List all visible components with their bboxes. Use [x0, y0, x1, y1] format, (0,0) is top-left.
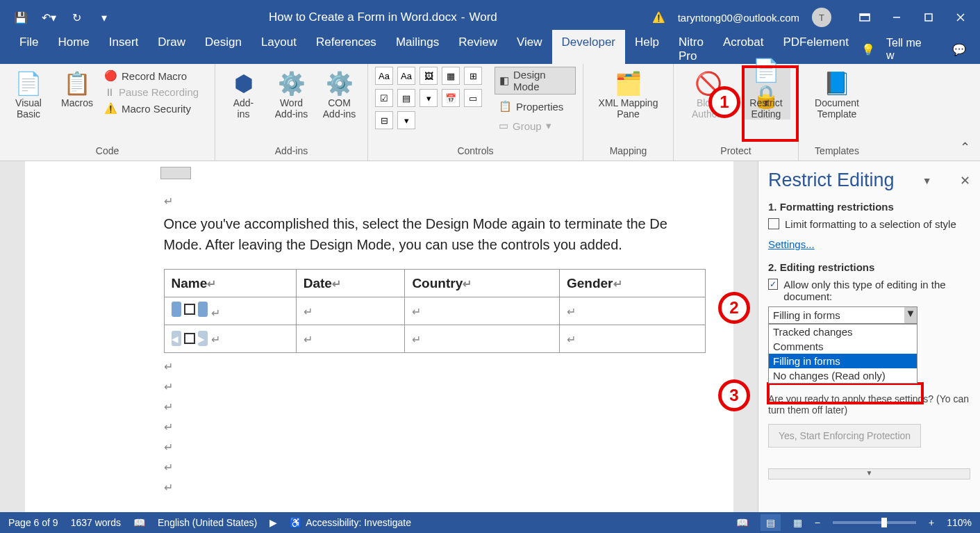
workspace: ↵ Once you've accomplished this, select …: [0, 161, 980, 512]
restrict-editing-pane: Restrict Editing ▼ ✕ 1. Formatting restr…: [758, 161, 980, 512]
plain-text-control-icon[interactable]: Aa: [397, 67, 415, 85]
menu-draw[interactable]: Draw: [148, 30, 195, 69]
limit-formatting-label: Limit formatting to a selection of style: [785, 218, 956, 230]
editing-option[interactable]: Filling in forms: [769, 354, 917, 368]
restrict-editing-button[interactable]: 📄🔒Restrict Editing: [742, 67, 790, 120]
word-addins-button[interactable]: ⚙️Word Add-ins: [270, 67, 313, 120]
group-icon: ▭: [499, 120, 508, 132]
menu-developer[interactable]: Developer: [552, 30, 626, 69]
menu-nitro-pro[interactable]: Nitro Pro: [669, 30, 713, 69]
close-icon[interactable]: [947, 7, 974, 28]
table-header: Name↵: [164, 270, 296, 297]
maximize-icon[interactable]: [915, 7, 942, 28]
document-template-button[interactable]: 📘Document Template: [806, 67, 868, 120]
ruler-indent-marker[interactable]: [160, 167, 191, 179]
menu-view[interactable]: View: [507, 30, 552, 69]
lightbulb-icon[interactable]: 💡: [861, 43, 875, 56]
comments-icon[interactable]: 💬: [952, 43, 966, 56]
allow-editing-checkbox[interactable]: ✓: [768, 279, 778, 290]
undo-icon[interactable]: ↶▾: [39, 9, 58, 26]
editing-option[interactable]: Tracked changes: [769, 325, 917, 339]
ribbon-group-mapping: 🗂️XML Mapping Pane Mapping: [583, 64, 674, 161]
zoom-in-icon[interactable]: +: [929, 517, 934, 528]
editing-type-options: Tracked changesCommentsFilling in formsN…: [768, 324, 917, 384]
visual-basic-button[interactable]: 📄Visual Basic: [7, 67, 50, 120]
dropdown-control-icon[interactable]: ▾: [420, 89, 438, 107]
com-addins-button[interactable]: ⚙️COM Add-ins: [318, 67, 360, 120]
menu-layout[interactable]: Layout: [251, 30, 306, 69]
pane-title: Restrict Editing: [768, 170, 895, 191]
ribbon-display-icon[interactable]: [851, 7, 879, 28]
properties-button[interactable]: 📋Properties: [495, 99, 576, 114]
editing-option[interactable]: Comments: [769, 339, 917, 354]
group-button: ▭Group▾: [495, 118, 576, 133]
language-status[interactable]: English (United States): [158, 517, 257, 528]
menu-review[interactable]: Review: [449, 30, 507, 69]
menu-design[interactable]: Design: [195, 30, 251, 69]
dropdown-arrow-icon[interactable]: ▼: [904, 307, 917, 323]
page-number-status[interactable]: Page 6 of 9: [8, 517, 58, 528]
properties-icon: 📋: [499, 100, 512, 113]
user-email[interactable]: taryntong00@outlook.com: [678, 12, 799, 24]
read-mode-icon[interactable]: 📖: [736, 517, 748, 528]
editing-option[interactable]: No changes (Read only): [769, 368, 917, 383]
design-mode-button[interactable]: ◧Design Mode: [495, 67, 576, 95]
paragraph-mark: ↵: [164, 481, 706, 494]
zoom-slider[interactable]: [833, 521, 916, 524]
menu-mailings[interactable]: Mailings: [386, 30, 449, 69]
print-layout-icon[interactable]: ▤: [761, 514, 781, 531]
menu-help[interactable]: Help: [625, 30, 669, 69]
ribbon-group-controls: Aa Aa 🖼 ▦ ⊞ ☑ ▤ ▾ 📅 ▭ ⊟ ▾ ◧Design Mode 📋…: [368, 64, 583, 161]
legacy-control-icon[interactable]: ▭: [464, 89, 482, 107]
addins-button[interactable]: ⬢Add- ins: [222, 67, 265, 120]
qat-dropdown-icon[interactable]: ▾: [94, 9, 114, 26]
date-control-icon[interactable]: 📅: [442, 89, 460, 107]
menu-file[interactable]: File: [10, 30, 48, 69]
annotation-marker-3: 3: [718, 379, 750, 411]
legacy-dropdown-icon[interactable]: ▾: [397, 111, 415, 129]
minimize-icon[interactable]: [883, 7, 911, 28]
document-paragraph: Once you've accomplished this, select th…: [164, 213, 706, 255]
record-icon: 🔴: [104, 69, 117, 82]
web-layout-icon[interactable]: ▦: [793, 517, 802, 528]
redo-icon[interactable]: ↻: [67, 9, 86, 26]
close-pane-icon[interactable]: ✕: [960, 173, 970, 188]
menu-insert[interactable]: Insert: [99, 30, 149, 69]
save-icon[interactable]: 💾: [11, 9, 31, 26]
macro-security-button[interactable]: ⚠️Macro Security: [104, 102, 199, 115]
menu-references[interactable]: References: [306, 30, 386, 69]
warning-icon: ⚠️: [652, 11, 665, 24]
zoom-out-icon[interactable]: −: [815, 517, 820, 528]
picture-control-icon[interactable]: 🖼: [420, 67, 438, 85]
editing-type-select[interactable]: Filling in forms▼ Tracked changesComment…: [768, 306, 917, 324]
repeating-control-icon[interactable]: ⊞: [464, 67, 482, 85]
table-header: Date↵: [296, 270, 405, 297]
zoom-level[interactable]: 110%: [947, 517, 972, 528]
menu-home[interactable]: Home: [48, 30, 99, 69]
combo-control-icon[interactable]: ▤: [397, 89, 415, 107]
user-avatar[interactable]: T: [812, 8, 831, 27]
document-area[interactable]: ↵ Once you've accomplished this, select …: [0, 161, 758, 512]
tell-me[interactable]: Tell me w: [886, 37, 927, 62]
legacy-tools-icon[interactable]: ⊟: [375, 111, 393, 129]
macro-status-icon[interactable]: ▶: [269, 517, 277, 528]
record-macro-button[interactable]: 🔴Record Macro: [104, 69, 199, 82]
collapse-ribbon-icon[interactable]: ⌃: [960, 140, 970, 155]
macros-button[interactable]: 📋Macros: [56, 67, 99, 108]
xml-mapping-button[interactable]: 🗂️XML Mapping Pane: [590, 67, 666, 120]
building-block-control-icon[interactable]: ▦: [442, 67, 460, 85]
spell-check-icon[interactable]: 📖: [133, 517, 145, 528]
rich-text-control-icon[interactable]: Aa: [375, 67, 393, 85]
limit-formatting-checkbox[interactable]: [768, 218, 779, 229]
checkbox-content-control[interactable]: ◂▸: [172, 331, 208, 346]
checkbox-control-icon[interactable]: ☑: [375, 89, 393, 107]
accessibility-status[interactable]: ♿Accessibility: Investigate: [290, 517, 411, 528]
pane-scrollbar[interactable]: [768, 468, 970, 479]
checkbox-content-control[interactable]: [172, 302, 208, 317]
start-enforcing-button[interactable]: Yes, Start Enforcing Protection: [768, 424, 921, 448]
document-page: ↵ Once you've accomplished this, select …: [25, 161, 733, 512]
editing-restrictions-header: 2. Editing restrictions: [768, 261, 970, 273]
formatting-settings-link[interactable]: Settings...: [768, 238, 815, 250]
word-count-status[interactable]: 1637 words: [71, 517, 121, 528]
app-name: Word: [469, 10, 497, 24]
